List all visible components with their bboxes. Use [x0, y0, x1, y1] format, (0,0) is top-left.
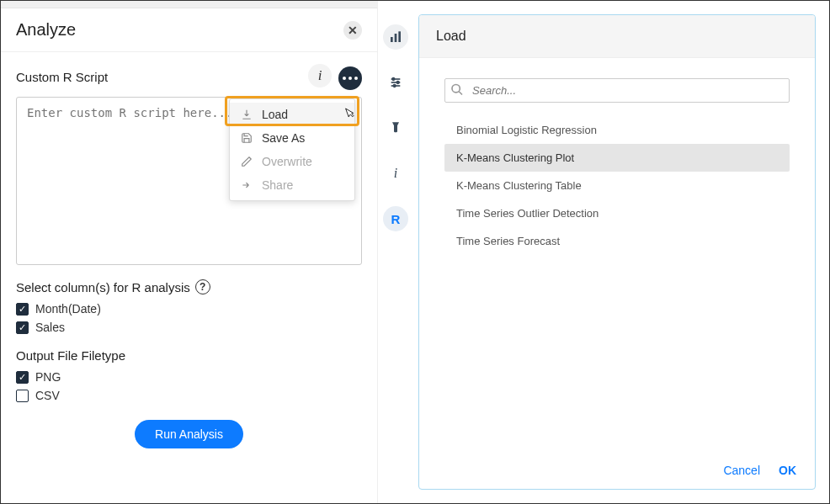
- checkbox-row-png[interactable]: PNG: [16, 368, 362, 386]
- more-button[interactable]: [338, 66, 362, 90]
- filetype-group: Output File Filetype PNG CSV: [16, 348, 362, 405]
- list-item[interactable]: Binomial Logistic Regression: [444, 116, 790, 144]
- checkbox-label: Month(Date): [35, 302, 101, 316]
- script-label: Custom R Script: [16, 70, 108, 84]
- filetype-label: Output File Filetype: [16, 348, 125, 363]
- dropdown-item-save-as[interactable]: Save As: [230, 126, 354, 150]
- info-icon: i: [318, 67, 322, 84]
- search-wrap: [444, 78, 790, 103]
- svg-point-8: [393, 85, 396, 88]
- save-icon: [240, 131, 253, 145]
- r-icon: R: [391, 212, 401, 226]
- download-icon: [240, 108, 253, 121]
- pencil-icon: [240, 155, 253, 168]
- modal-title: Load: [436, 29, 798, 44]
- flashlight-icon: [389, 121, 402, 135]
- script-textarea-wrap: Load Save As Overwrite: [16, 97, 362, 268]
- right-panel: Load Binomial Logistic Regression K-Mean…: [413, 1, 829, 503]
- checkbox[interactable]: [16, 303, 29, 316]
- script-section: Custom R Script i: [1, 52, 377, 464]
- checkbox[interactable]: [16, 321, 29, 334]
- share-icon: [240, 178, 253, 192]
- bar-chart-icon: [389, 30, 402, 44]
- modal-header: Load: [419, 15, 815, 58]
- list-item[interactable]: K-Means Clustering Plot: [444, 144, 790, 172]
- list-item[interactable]: K-Means Clustering Table: [444, 172, 790, 199]
- run-analysis-button[interactable]: Run Analysis: [135, 420, 243, 448]
- svg-line-10: [459, 91, 462, 94]
- columns-group: Select column(s) for R analysis ? Month(…: [16, 279, 362, 337]
- svg-point-9: [452, 84, 460, 92]
- script-action-buttons: i: [305, 64, 362, 90]
- checkbox-row-month[interactable]: Month(Date): [16, 300, 362, 318]
- list-item[interactable]: Time Series Outlier Detection: [444, 199, 790, 227]
- panel-header: Analyze ✕: [1, 8, 377, 52]
- info-button[interactable]: i: [308, 64, 332, 88]
- analyze-panel: Analyze ✕ Custom R Script i: [1, 1, 378, 503]
- side-rail: i R: [378, 1, 413, 503]
- more-icon: [343, 77, 358, 80]
- app-root: Analyze ✕ Custom R Script i: [0, 0, 830, 504]
- filetype-label-row: Output File Filetype: [16, 348, 362, 363]
- script-list: Binomial Logistic Regression K-Means Clu…: [444, 116, 790, 255]
- dropdown-item-label: Save As: [262, 131, 305, 145]
- checkbox-label: PNG: [35, 370, 61, 384]
- rail-chart-button[interactable]: [383, 24, 408, 50]
- rail-r-button[interactable]: R: [383, 206, 408, 231]
- rail-info-button[interactable]: i: [383, 161, 408, 186]
- help-icon[interactable]: ?: [195, 279, 210, 294]
- columns-label-row: Select column(s) for R analysis ?: [16, 279, 362, 294]
- checkbox-row-sales[interactable]: Sales: [16, 318, 362, 337]
- svg-point-6: [392, 78, 395, 81]
- ok-button[interactable]: OK: [779, 464, 796, 477]
- svg-rect-2: [398, 31, 401, 42]
- rail-sliders-button[interactable]: [383, 70, 408, 95]
- columns-label: Select column(s) for R analysis: [16, 280, 190, 294]
- dropdown-item-label: Overwrite: [262, 155, 312, 168]
- dropdown-item-overwrite: Overwrite: [230, 150, 354, 173]
- close-button[interactable]: ✕: [343, 21, 362, 40]
- search-input[interactable]: [444, 78, 790, 103]
- svg-point-7: [396, 82, 399, 84]
- rail-highlighter-button[interactable]: [383, 115, 408, 141]
- script-header-row: Custom R Script i: [16, 64, 362, 90]
- dropdown-item-share: Share: [230, 173, 354, 197]
- checkbox-label: CSV: [35, 389, 60, 402]
- close-icon: ✕: [348, 24, 358, 37]
- run-wrap: Run Analysis: [16, 405, 362, 464]
- dropdown-item-label: Load: [262, 108, 288, 121]
- dropdown-item-load[interactable]: Load: [230, 103, 354, 126]
- svg-rect-1: [395, 34, 397, 42]
- load-modal: Load Binomial Logistic Regression K-Mean…: [418, 14, 816, 490]
- panel-title: Analyze: [16, 20, 76, 40]
- script-dropdown: Load Save As Overwrite: [229, 98, 355, 201]
- checkbox[interactable]: [16, 371, 29, 384]
- dropdown-item-label: Share: [262, 178, 293, 192]
- modal-footer: Cancel OK: [419, 454, 815, 489]
- cancel-button[interactable]: Cancel: [723, 464, 760, 477]
- topbar-strip: [1, 1, 377, 8]
- modal-body: Binomial Logistic Regression K-Means Clu…: [419, 58, 815, 454]
- search-icon: [450, 82, 464, 98]
- checkbox-label: Sales: [35, 321, 65, 334]
- checkbox-row-csv[interactable]: CSV: [16, 386, 362, 405]
- checkbox[interactable]: [16, 390, 29, 402]
- sliders-icon: [389, 76, 402, 89]
- list-item[interactable]: Time Series Forecast: [444, 227, 790, 255]
- info-icon: i: [394, 166, 397, 181]
- svg-rect-0: [391, 37, 393, 42]
